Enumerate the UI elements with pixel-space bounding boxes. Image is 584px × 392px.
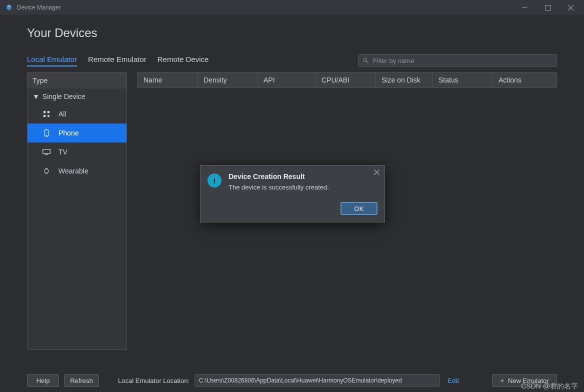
page-title: Your Devices — [27, 26, 557, 40]
sidebar-group-label: Single Device — [42, 92, 86, 100]
svg-rect-5 — [48, 111, 50, 113]
svg-rect-10 — [43, 150, 50, 154]
emulator-tabs: Local Emulator Remote Emulator Remote De… — [27, 55, 208, 66]
column-header-size[interactable]: Size on Disk — [376, 72, 432, 88]
svg-line-3 — [366, 62, 368, 63]
dialog-title: Device Creation Result — [228, 172, 329, 180]
emulator-location-input[interactable] — [194, 374, 440, 387]
svg-point-7 — [48, 115, 50, 117]
column-header-cpuabi[interactable]: CPU/ABI — [316, 72, 376, 88]
emulator-location-label: Local Emulator Location: — [118, 377, 190, 384]
plus-icon: + — [500, 377, 504, 384]
phone-icon — [42, 130, 50, 136]
edit-location-link[interactable]: Edit — [445, 377, 462, 384]
svg-rect-0 — [522, 8, 528, 8]
dialog-message: The device is successfully created. — [228, 184, 329, 191]
tv-icon — [42, 148, 50, 156]
sidebar-item-phone[interactable]: Phone — [28, 124, 126, 142]
sidebar-item-label: Phone — [58, 129, 78, 137]
column-header-status[interactable]: Status — [432, 72, 492, 88]
sidebar-item-tv[interactable]: TV — [28, 142, 126, 162]
tab-remote-device[interactable]: Remote Device — [158, 55, 209, 66]
type-sidebar: Type ▼ Single Device All Phone TV — [27, 72, 127, 350]
device-table-header: Name Density API CPU/ABI Size on Disk St… — [137, 72, 557, 88]
device-creation-result-dialog: ! Device Creation Result The device is s… — [200, 165, 385, 222]
app-logo-icon — [5, 4, 13, 12]
sidebar-item-label: Wearable — [58, 167, 88, 175]
window-maximize-button[interactable] — [536, 0, 559, 15]
tab-remote-emulator[interactable]: Remote Emulator — [88, 55, 146, 66]
column-header-density[interactable]: Density — [198, 72, 258, 88]
sidebar-item-label: All — [58, 110, 66, 118]
filter-search-box[interactable] — [358, 54, 557, 67]
chevron-down-icon: ▼ — [32, 92, 40, 100]
svg-rect-1 — [545, 5, 550, 10]
bottom-bar: Help Refresh Local Emulator Location: Ed… — [0, 374, 584, 387]
watch-icon — [42, 168, 50, 174]
window-minimize-button[interactable] — [513, 0, 536, 15]
svg-rect-4 — [44, 111, 46, 113]
sidebar-header: Type — [28, 72, 126, 88]
svg-point-12 — [44, 169, 48, 173]
svg-rect-6 — [44, 115, 46, 117]
refresh-button[interactable]: Refresh — [64, 374, 99, 387]
window-close-button[interactable] — [559, 0, 582, 15]
dialog-ok-button[interactable]: OK — [340, 202, 378, 215]
watermark-text: CSDN @君的名字 — [521, 382, 578, 391]
column-header-actions[interactable]: Actions — [492, 72, 556, 88]
sidebar-group-single-device[interactable]: ▼ Single Device — [28, 88, 126, 104]
grid-icon — [42, 110, 50, 118]
search-icon — [362, 58, 369, 64]
window-titlebar: Device Manager — [0, 0, 584, 15]
help-button[interactable]: Help — [27, 374, 59, 387]
info-icon: ! — [208, 174, 222, 188]
sidebar-item-wearable[interactable]: Wearable — [28, 162, 126, 180]
filter-input[interactable] — [373, 57, 552, 64]
column-header-api[interactable]: API — [258, 72, 316, 88]
sidebar-item-all[interactable]: All — [28, 104, 126, 124]
dialog-close-button[interactable] — [374, 170, 380, 175]
sidebar-item-label: TV — [58, 148, 68, 156]
column-header-name[interactable]: Name — [138, 72, 198, 88]
tab-local-emulator[interactable]: Local Emulator — [27, 55, 77, 66]
svg-point-2 — [364, 58, 367, 62]
window-title: Device Manager — [17, 4, 60, 11]
